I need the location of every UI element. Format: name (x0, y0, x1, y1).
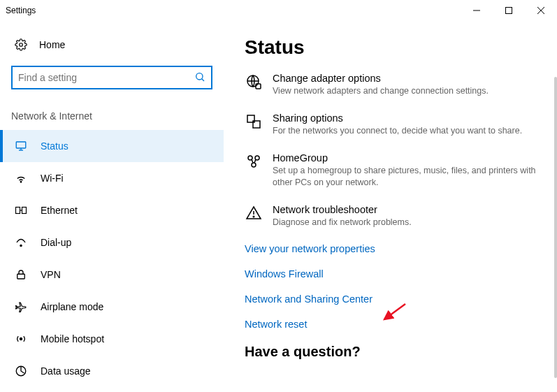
svg-line-26 (254, 159, 256, 163)
airplane-icon (14, 300, 28, 314)
option-homegroup[interactable]: HomeGroup Set up a homegroup to share pi… (245, 152, 536, 189)
status-icon (14, 139, 28, 153)
link-network-sharing-center[interactable]: Network and Sharing Center (245, 293, 536, 305)
sidebar-item-airplane[interactable]: Airplane mode (0, 291, 224, 323)
option-desc: Diagnose and fix network problems. (273, 217, 412, 228)
option-title: HomeGroup (273, 152, 536, 164)
svg-rect-11 (16, 208, 20, 214)
scrollbar[interactable] (554, 77, 557, 378)
svg-rect-7 (16, 142, 26, 148)
svg-point-10 (20, 182, 22, 183)
nav-list: Status Wi-Fi Ethernet Dial-up (0, 130, 224, 387)
sidebar-item-dialup[interactable]: Dial-up (0, 226, 224, 259)
svg-point-24 (252, 163, 256, 167)
window-title: Settings (6, 6, 36, 15)
maximize-icon (505, 7, 512, 14)
svg-rect-19 (256, 84, 261, 89)
sharing-icon (245, 112, 263, 131)
option-title: Network troubleshooter (273, 204, 412, 215)
sidebar-item-label: VPN (41, 269, 61, 280)
sidebar-item-label: Dial-up (41, 237, 71, 248)
home-button[interactable]: Home (0, 34, 224, 56)
sidebar-item-vpn[interactable]: VPN (0, 259, 224, 291)
sidebar-item-label: Airplane mode (41, 301, 103, 312)
titlebar: Settings (0, 0, 557, 21)
minimize-button[interactable] (461, 0, 493, 21)
main-panel: Status Change adapter options View netwo… (224, 21, 557, 392)
svg-rect-15 (17, 274, 25, 279)
wifi-icon (14, 171, 28, 185)
sidebar-item-label: Status (41, 140, 68, 152)
datausage-icon (14, 364, 28, 378)
sidebar-item-wifi[interactable]: Wi-Fi (0, 162, 224, 194)
sidebar: Home Network & Internet Status Wi-Fi (0, 21, 224, 392)
page-title: Status (245, 36, 536, 59)
homegroup-icon (245, 152, 263, 170)
sidebar-item-hotspot[interactable]: Mobile hotspot (0, 323, 224, 355)
option-troubleshoot[interactable]: Network troubleshooter Diagnose and fix … (245, 204, 536, 228)
search-input[interactable] (18, 72, 194, 83)
svg-line-6 (202, 78, 204, 80)
ethernet-icon (14, 203, 28, 217)
link-network-reset[interactable]: Network reset (245, 319, 536, 330)
sidebar-item-label: Ethernet (41, 205, 78, 216)
sidebar-item-status[interactable]: Status (0, 130, 224, 162)
minimize-icon (473, 7, 480, 14)
close-button[interactable] (525, 0, 557, 21)
question-heading: Have a question? (245, 344, 536, 360)
svg-rect-12 (22, 208, 27, 214)
link-network-properties[interactable]: View your network properties (245, 243, 536, 254)
warning-icon (245, 204, 263, 222)
gear-icon (14, 38, 28, 52)
svg-line-25 (252, 159, 253, 163)
sidebar-item-label: Wi-Fi (41, 173, 64, 184)
sidebar-item-ethernet[interactable]: Ethernet (0, 194, 224, 226)
option-title: Change adapter options (273, 73, 489, 84)
link-windows-firewall[interactable]: Windows Firewall (245, 268, 536, 280)
svg-rect-1 (506, 8, 512, 14)
svg-point-5 (196, 73, 203, 79)
sidebar-item-datausage[interactable]: Data usage (0, 355, 224, 387)
option-sharing[interactable]: Sharing options For the networks you con… (245, 112, 536, 137)
svg-point-28 (253, 216, 254, 217)
sidebar-item-label: Data usage (41, 365, 91, 377)
hotspot-icon (14, 332, 28, 346)
search-box[interactable] (11, 66, 212, 89)
option-title: Sharing options (273, 112, 522, 124)
option-adapter[interactable]: Change adapter options View network adap… (245, 73, 536, 97)
globe-icon (245, 73, 263, 91)
svg-point-4 (20, 43, 23, 47)
category-label: Network & Internet (0, 89, 224, 130)
close-icon (537, 7, 544, 14)
svg-point-16 (20, 338, 22, 340)
option-desc: View network adapters and change connect… (273, 85, 489, 97)
dialup-icon (14, 235, 28, 249)
vpn-icon (14, 268, 28, 282)
option-desc: For the networks you connect to, decide … (273, 125, 522, 137)
option-desc: Set up a homegroup to share pictures, mu… (273, 165, 536, 189)
sidebar-item-label: Mobile hotspot (41, 333, 104, 344)
svg-point-14 (20, 245, 22, 246)
search-icon (194, 71, 205, 85)
home-label: Home (39, 39, 65, 50)
maximize-button[interactable] (493, 0, 525, 21)
